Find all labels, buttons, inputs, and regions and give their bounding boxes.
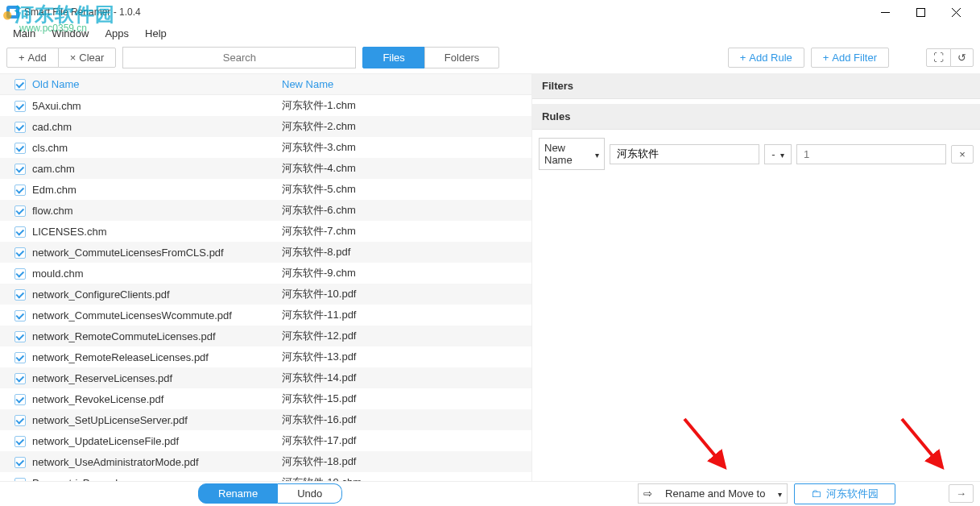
table-row[interactable]: cls.chm 河东软件-3.chm	[0, 137, 531, 158]
chevron-down-icon	[595, 148, 599, 160]
old-name-cell: LICENSES.chm	[32, 226, 282, 238]
row-checkbox[interactable]	[14, 226, 26, 238]
row-checkbox[interactable]	[14, 101, 26, 112]
table-row[interactable]: LICENSES.chm 河东软件-7.chm	[0, 221, 531, 242]
old-name-cell: mould.chm	[32, 268, 282, 280]
expand-icon: ⛶	[933, 52, 944, 64]
rules-header[interactable]: Rules	[532, 104, 980, 130]
row-checkbox[interactable]	[14, 122, 26, 133]
table-row[interactable]: network_RevokeLicense.pdf 河东软件-15.pdf	[0, 388, 531, 409]
new-name-cell: 河东软件-8.pdf	[282, 245, 531, 259]
new-name-cell: 河东软件-2.chm	[282, 119, 531, 134]
select-all-checkbox[interactable]	[14, 79, 26, 90]
table-row[interactable]: network_CommuteLicensesFromCLS.pdf 河东软件-…	[0, 242, 531, 263]
x-icon: ×	[70, 52, 76, 64]
old-name-cell: network_RevokeLicense.pdf	[32, 393, 282, 405]
row-checkbox[interactable]	[14, 205, 26, 217]
add-filter-button[interactable]: +Add Filter	[811, 48, 889, 68]
old-name-cell: network_UseAdministratorMode.pdf	[32, 456, 282, 468]
table-row[interactable]: cad.chm 河东软件-2.chm	[0, 116, 531, 137]
row-checkbox[interactable]	[14, 415, 26, 426]
menu-main[interactable]: Main	[6, 26, 42, 41]
new-name-cell: 河东软件-13.pdf	[282, 350, 531, 364]
add-rule-button[interactable]: +Add Rule	[728, 48, 804, 68]
rule-value-input[interactable]	[610, 144, 759, 164]
go-button[interactable]: →	[949, 484, 974, 503]
new-name-cell: 河东软件-19.chm	[282, 475, 531, 481]
arrow-right-icon: →	[956, 487, 966, 500]
table-row[interactable]: network_UseAdministratorMode.pdf 河东软件-18…	[0, 451, 531, 472]
table-row[interactable]: flow.chm 河东软件-6.chm	[0, 200, 531, 221]
row-checkbox[interactable]	[14, 185, 26, 196]
plus-icon: +	[740, 52, 746, 64]
new-name-cell: 河东软件-3.chm	[282, 140, 531, 155]
rule-type-select[interactable]: New Name	[539, 138, 605, 170]
table-row[interactable]: 5Axui.chm 河东软件-1.chm	[0, 95, 531, 116]
close-button[interactable]	[938, 0, 974, 24]
expand-button[interactable]: ⛶	[926, 48, 951, 67]
table-row[interactable]: network_SetUpLicenseServer.pdf 河东软件-16.p…	[0, 409, 531, 430]
search-input[interactable]	[122, 47, 356, 68]
row-checkbox[interactable]	[14, 268, 26, 280]
menu-help[interactable]: Help	[139, 26, 173, 41]
new-name-cell: 河东软件-14.pdf	[282, 371, 531, 385]
col-new-name[interactable]: New Name	[282, 78, 531, 90]
rename-button[interactable]: Rename	[198, 483, 278, 504]
filters-header[interactable]: Filters	[532, 73, 980, 99]
search-wrap	[122, 47, 356, 68]
tab-folders[interactable]: Folders	[424, 47, 499, 68]
table-row[interactable]: network_ReserveLicenses.pdf 河东软件-14.pdf	[0, 367, 531, 388]
undo-icon: ↺	[957, 52, 966, 64]
undo-button[interactable]: Undo	[278, 483, 342, 504]
rule-remove-button[interactable]: ×	[951, 145, 974, 164]
row-checkbox[interactable]	[14, 478, 26, 481]
action-select[interactable]: ⇨ Rename and Move to	[638, 483, 788, 504]
new-name-cell: 河东软件-12.pdf	[282, 329, 531, 343]
row-checkbox[interactable]	[14, 310, 26, 321]
old-name-cell: cam.chm	[32, 163, 282, 175]
table-row[interactable]: network_UpdateLicenseFile.pdf 河东软件-17.pd…	[0, 430, 531, 451]
row-checkbox[interactable]	[14, 143, 26, 154]
row-checkbox[interactable]	[14, 289, 26, 301]
svg-rect-3	[916, 8, 924, 16]
table-row[interactable]: network_CommuteLicensesWcommute.pdf 河东软件…	[0, 305, 531, 326]
table-row[interactable]: ParametricPage.chm 河东软件-19.chm	[0, 472, 531, 481]
row-checkbox[interactable]	[14, 247, 26, 259]
maximize-button[interactable]	[903, 0, 938, 24]
chevron-down-icon	[778, 487, 782, 500]
add-button[interactable]: +Add	[6, 48, 59, 68]
clear-button[interactable]: ×Clear	[58, 48, 117, 68]
minimize-button[interactable]	[867, 0, 903, 24]
row-checkbox[interactable]	[14, 394, 26, 405]
plus-icon: +	[823, 52, 829, 64]
old-name-cell: network_ReserveLicenses.pdf	[32, 372, 282, 384]
new-name-cell: 河东软件-6.chm	[282, 203, 531, 218]
new-name-cell: 河东软件-7.chm	[282, 224, 531, 238]
row-checkbox[interactable]	[14, 457, 26, 468]
table-row[interactable]: network_ConfigureClients.pdf 河东软件-10.pdf	[0, 284, 531, 305]
row-checkbox[interactable]	[14, 373, 26, 384]
table-row[interactable]: network_RemoteReleaseLicenses.pdf 河东软件-1…	[0, 346, 531, 367]
folder-icon: 🗀	[811, 487, 821, 500]
row-checkbox[interactable]	[14, 164, 26, 175]
table-row[interactable]: mould.chm 河东软件-9.chm	[0, 263, 531, 284]
row-checkbox[interactable]	[14, 352, 26, 363]
target-folder-button[interactable]: 🗀河东软件园	[794, 483, 895, 504]
tab-files[interactable]: Files	[362, 47, 424, 68]
new-name-cell: 河东软件-1.chm	[282, 98, 531, 113]
rule-num-input[interactable]	[796, 144, 946, 164]
menu-window[interactable]: Window	[45, 26, 95, 41]
menu-apps[interactable]: Apps	[98, 26, 135, 41]
col-old-name[interactable]: Old Name	[32, 78, 80, 90]
old-name-cell: flow.chm	[32, 205, 282, 217]
table-row[interactable]: cam.chm 河东软件-4.chm	[0, 158, 531, 179]
rule-sep-select[interactable]: -	[764, 144, 792, 164]
table-row[interactable]: network_RemoteCommuteLicenses.pdf 河东软件-1…	[0, 326, 531, 346]
old-name-cell: network_ConfigureClients.pdf	[32, 288, 282, 301]
row-checkbox[interactable]	[14, 436, 26, 447]
window-title: Smart File Renamer - 1.0.4	[24, 6, 867, 18]
undo-icon-button[interactable]: ↺	[950, 48, 974, 67]
table-row[interactable]: Edm.chm 河东软件-5.chm	[0, 179, 531, 200]
new-name-cell: 河东软件-11.pdf	[282, 308, 531, 322]
row-checkbox[interactable]	[14, 331, 26, 342]
